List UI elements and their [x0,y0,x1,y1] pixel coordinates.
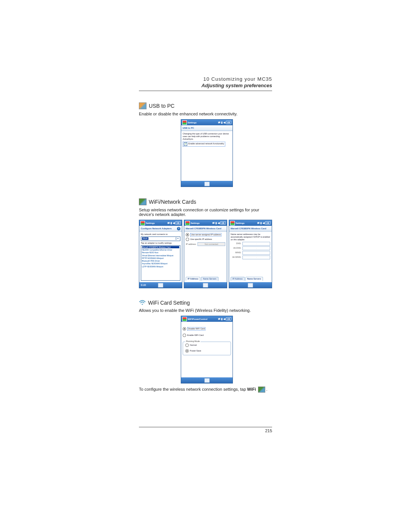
radio-specific-ip[interactable]: Use specific IP address [186,238,225,241]
list-item[interactable]: Virtual Ethernet Intermediate Miniport [142,254,179,257]
signal-icon[interactable]: ▮ [221,318,223,321]
radio-normal[interactable]: Normal [185,343,228,347]
volume-icon[interactable]: ◀ [223,318,225,321]
adapters-screenshot: Settings ⇄ ▮ ◀ ok Configure Network Adap… [139,220,182,288]
radio-icon [186,233,189,236]
body-text: Changing the type of USB connection your… [183,133,231,141]
radio-icon [185,343,189,347]
usb-screenshot: Settings ⇄ ▮ ◀ ok USB to PC Changing the… [181,119,233,187]
footnote-bold: WiFi [247,387,256,391]
connectivity-icon[interactable]: ⇄ [218,121,220,124]
altdns-label: Alt DNS: [231,247,241,249]
titlebar: Settings ⇄ ▮ ◀ ok [139,220,182,226]
start-icon[interactable] [182,317,187,321]
running-mode-group: Running Mode Normal Power Save [183,342,231,355]
panel-title: USB to PC [181,125,233,131]
taskbar [181,377,233,383]
list-item[interactable]: AsyncMac NDISWAN Miniport [142,262,179,265]
list-item[interactable]: PPTP NDISWAN Miniport [142,257,179,259]
edit-button[interactable]: Edit [141,283,146,287]
keyboard-icon[interactable] [203,283,208,288]
radio-label: Disable WiFi Card [187,327,206,331]
taskbar: Edit [139,282,182,288]
volume-icon[interactable]: ◀ [223,121,225,124]
start-icon[interactable] [140,221,145,225]
altdns-input[interactable]: ... [242,246,270,250]
wifi-footnote: To configure the wireless network connec… [139,387,272,393]
ok-button[interactable]: ok [175,221,181,225]
usb-heading-text: USB to PC [149,103,175,109]
radio-label: Power Save [190,350,201,352]
wifi-settings-icon [258,387,265,393]
connectivity-icon[interactable]: ⇄ [212,222,215,225]
tab-ip-address[interactable]: IP Address [231,277,245,281]
enable-advanced-checkbox[interactable]: ✓ Enable advanced network functionality [183,142,225,147]
wifi-icon [139,300,146,306]
ok-button[interactable]: ok [220,221,226,225]
ok-button[interactable]: ok [265,221,271,225]
ok-button[interactable]: ok [226,317,231,321]
help-icon[interactable]: ? [177,227,180,230]
panel-title: Configure Network Adapters ? [139,226,182,232]
radio-server-ip[interactable]: Use server-assigned IP address [186,233,225,236]
usb-icon [139,102,147,109]
volume-icon[interactable]: ◀ [173,222,175,225]
connectivity-icon[interactable]: ⇄ [218,318,220,321]
keyboard-icon[interactable] [248,283,253,288]
taskbar [184,282,227,288]
list-item[interactable]: Marvell CF8385PN Wireless Card [142,246,179,248]
keyboard-icon[interactable] [204,182,210,186]
window-title: Settings [188,121,217,124]
panel-title: Marvell CF8385PN Wireless Card [184,226,227,232]
checkbox-icon: ✓ [184,142,187,146]
connectivity-icon[interactable]: ⇄ [257,222,260,225]
titlebar: Settings ⇄ ▮ ◀ ok [184,220,227,226]
signal-icon[interactable]: ▮ [170,222,172,225]
tab-name-servers[interactable]: Name Servers [245,277,263,281]
start-icon[interactable] [182,120,187,125]
panel-title: Marvell CF8385PN Wireless Card [229,226,272,232]
wifi-heading-text: WiFi Card Setting [148,300,190,306]
network-cards-heading-text: WiFi/Network Cards [149,199,196,205]
radio-disable-wifi[interactable]: Disable WiFi Card [183,327,231,331]
radio-power-save[interactable]: Power Save [185,349,228,353]
usb-desc: Enable or disable the enhanced network c… [139,112,272,116]
signal-icon[interactable]: ▮ [260,222,262,225]
wins-input[interactable]: ... [242,251,270,255]
wifi-power-screenshot: WiFiPowerControl ⇄ ▮ ◀ ok Disable WiFi C… [181,316,233,383]
start-icon[interactable] [230,221,235,225]
start-icon[interactable] [185,221,190,225]
usb-to-pc-heading: USB to PC [139,102,272,109]
signal-icon[interactable]: ▮ [221,121,223,124]
tab-ip-address[interactable]: IP Address [186,277,200,281]
signal-icon[interactable]: ▮ [215,222,217,225]
dropdown-value: Work [142,237,148,240]
dns-label: DNS: [231,242,241,245]
footer-rule [139,427,272,427]
list-item[interactable]: L2TP NDISWAN Miniport [142,265,179,268]
altwins-input[interactable]: ... [242,256,270,259]
ok-button[interactable]: ok [226,121,231,124]
svg-point-0 [142,304,143,305]
keyboard-icon[interactable] [158,283,163,288]
radio-icon [183,327,186,331]
titlebar: WiFiPowerControl ⇄ ▮ ◀ ok [181,316,233,322]
radio-label: Enable WiFi Card [187,334,204,337]
list-item[interactable]: Bluetooth PAN Driver [142,260,179,262]
network-dest-dropdown[interactable]: Work ▾ [141,236,180,241]
tab-name-servers[interactable]: Name Servers [201,277,218,281]
volume-icon[interactable]: ◀ [263,222,264,225]
adapter-list[interactable]: Marvell CF8385PN Wireless Card NE2000 Co… [141,245,180,281]
keyboard-icon[interactable] [204,378,210,383]
wins-label: WINS: [231,251,241,254]
list-item[interactable]: NE2000 Compatible Ethernet Driver [142,249,179,251]
radio-enable-wifi[interactable]: Enable WiFi Card [183,334,231,337]
network-card-icon [139,198,147,205]
window-title: Settings [191,222,212,224]
connectivity-icon[interactable]: ⇄ [167,222,170,225]
dns-input[interactable]: ... [242,242,270,246]
volume-icon[interactable]: ◀ [218,222,220,225]
wifi-desc: Allows you to enable the WiFi (Wireless … [139,308,272,313]
list-item[interactable]: Remote-NDIS Host [142,251,179,254]
altwins-label: Alt WINS: [231,256,241,259]
